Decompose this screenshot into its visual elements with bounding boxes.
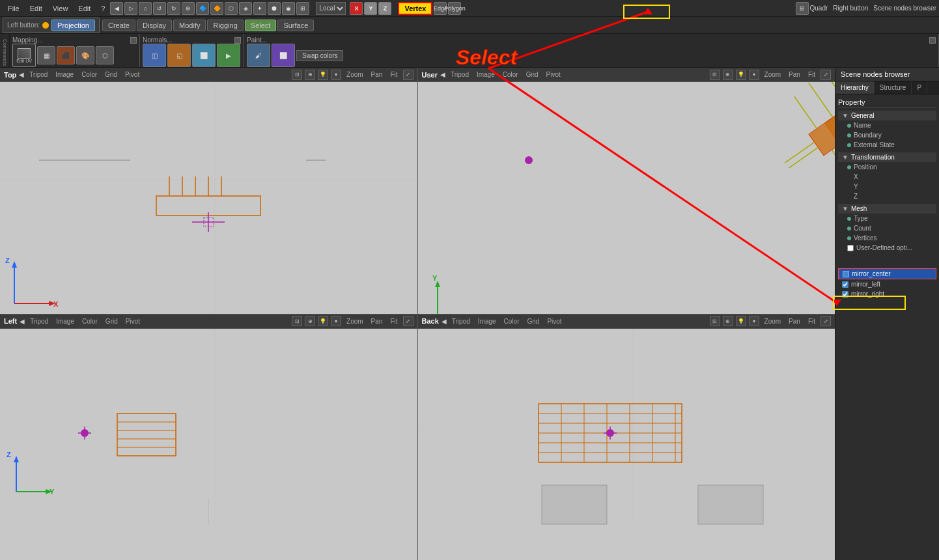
vp-icon-tr4[interactable]: ▾	[749, 70, 759, 80]
mapping-expand[interactable]	[130, 37, 137, 44]
grid-btn-tl[interactable]: Grid	[102, 70, 120, 79]
zoom-btn-bl[interactable]: Zoom	[344, 317, 366, 326]
scene-node-mirror-right[interactable]: mirror_right	[838, 289, 936, 299]
create-tab[interactable]: Create	[102, 20, 135, 31]
edit-uv-button[interactable]: Edit UV	[12, 44, 36, 67]
mapping-icon-1[interactable]: ▦	[37, 46, 55, 64]
node-checkbox-center[interactable]	[843, 271, 849, 277]
render-icon-tl[interactable]: ⊕	[305, 70, 315, 80]
tb-icon-6[interactable]: ⊕	[182, 2, 195, 15]
zoom-btn-tr[interactable]: Zoom	[762, 70, 784, 79]
tb-icon-7[interactable]: 🔷	[196, 2, 209, 15]
polygon-mode-button[interactable]: Polygon	[448, 2, 461, 15]
maximize-bl[interactable]: ⤢	[403, 316, 413, 326]
y-icon[interactable]: Y	[364, 2, 377, 15]
node-checkbox-left[interactable]	[842, 281, 848, 288]
structure-tab[interactable]: Structure	[875, 81, 912, 94]
tb-icon-10[interactable]: ◈	[239, 2, 252, 15]
paint-expand[interactable]	[929, 37, 936, 44]
tb-icon-12[interactable]: ⬢	[268, 2, 281, 15]
grid-btn-br[interactable]: Grid	[524, 317, 542, 326]
surface-tab[interactable]: Surface	[277, 20, 314, 31]
image-btn-br[interactable]: Image	[475, 317, 499, 326]
camera-icon-br[interactable]: ⊡	[710, 316, 720, 326]
x-icon[interactable]: X	[350, 2, 363, 15]
mapping-icon-2[interactable]: ⬛	[57, 46, 75, 64]
select-tab[interactable]: Select	[245, 20, 277, 31]
fit-btn-tl[interactable]: Fit	[387, 70, 400, 79]
pan-btn-tr[interactable]: Pan	[786, 70, 803, 79]
light-icon-br[interactable]: 💡	[736, 316, 746, 326]
normals-icon-4[interactable]: ▶	[217, 44, 240, 67]
normals-icon-1[interactable]: ◫	[143, 44, 166, 67]
tb-icon-14[interactable]: ⊞	[296, 2, 309, 15]
light-icon-bl[interactable]: 💡	[318, 316, 328, 326]
tripod-btn-br[interactable]: Tripod	[449, 317, 473, 326]
normals-icon-3[interactable]: ⬜	[192, 44, 216, 67]
rigging-tab[interactable]: Rigging	[207, 20, 243, 31]
tb-icon-3[interactable]: ⌂	[139, 2, 152, 15]
normals-expand[interactable]	[234, 37, 241, 44]
quadr-icon[interactable]: ⊞	[796, 2, 809, 15]
tripod-btn-bl[interactable]: Tripod	[27, 317, 51, 326]
menu-edit2[interactable]: Edit	[73, 3, 96, 14]
vertex-mode-button[interactable]: Vertex	[398, 2, 432, 15]
scene-node-mirror-center[interactable]: mirror_center	[838, 268, 936, 279]
zoom-btn-tl[interactable]: Zoom	[344, 70, 366, 79]
menu-edit[interactable]: Edit	[25, 3, 48, 14]
camera-icon-tr[interactable]: ⊡	[710, 70, 720, 80]
pivot-btn-tr[interactable]: Pivot	[544, 70, 563, 79]
maximize-br[interactable]: ⤢	[820, 316, 831, 326]
tb-icon-4[interactable]: ↺	[153, 2, 166, 15]
hierarchy-tab[interactable]: Hierarchy	[835, 81, 875, 94]
local-dropdown[interactable]: Local	[316, 2, 346, 15]
vp-icon-tl4[interactable]: ▾	[331, 70, 341, 80]
left-button-section[interactable]: Left button: Projection	[3, 18, 100, 33]
paint-icon-2[interactable]: ⬜	[272, 44, 295, 67]
color-btn-br[interactable]: Color	[501, 317, 522, 326]
p-tab[interactable]: P	[912, 81, 927, 94]
viewport-left-content[interactable]: Z Y	[0, 329, 417, 561]
tb-icon-2[interactable]: ▷	[124, 2, 137, 15]
mesh-group-title[interactable]: ▼ Mesh	[838, 204, 936, 214]
render-icon-tr[interactable]: ⊕	[723, 70, 733, 80]
viewport-user-content[interactable]: Y Z	[418, 82, 835, 314]
tb-icon-5[interactable]: ↻	[167, 2, 180, 15]
color-btn-bl[interactable]: Color	[79, 317, 100, 326]
tb-icon-13[interactable]: ◉	[282, 2, 295, 15]
swap-colors-button[interactable]: Swap colors	[296, 50, 343, 61]
image-btn-bl[interactable]: Image	[53, 317, 77, 326]
tb-icon-11[interactable]: ✦	[253, 2, 266, 15]
pivot-btn-bl[interactable]: Pivot	[123, 317, 143, 326]
viewport-back-content[interactable]	[418, 329, 835, 561]
paint-icon-1[interactable]: 🖌	[247, 44, 270, 67]
grid-btn-tr[interactable]: Grid	[524, 70, 541, 79]
tripod-btn-tr[interactable]: Tripod	[448, 70, 471, 79]
fit-btn-br[interactable]: Fit	[806, 317, 818, 326]
menu-help[interactable]: ?	[96, 3, 110, 14]
render-icon-br[interactable]: ⊕	[723, 316, 733, 326]
menu-view[interactable]: View	[48, 3, 74, 14]
camera-icon-bl[interactable]: ⊡	[292, 316, 302, 326]
user-defined-checkbox[interactable]	[847, 245, 854, 251]
tb-icon-8[interactable]: 🔶	[210, 2, 223, 15]
tripod-btn-tl[interactable]: Tripod	[27, 70, 50, 79]
mapping-icon-4[interactable]: ⬡	[96, 46, 114, 64]
light-icon-tr[interactable]: 💡	[736, 70, 746, 80]
pivot-btn-tl[interactable]: Pivot	[122, 70, 142, 79]
color-btn-tl[interactable]: Color	[79, 70, 100, 79]
maximize-tl[interactable]: ⤢	[403, 70, 413, 80]
image-btn-tl[interactable]: Image	[53, 70, 76, 79]
pan-btn-bl[interactable]: Pan	[369, 317, 385, 326]
tb-icon-9[interactable]: ⬡	[225, 2, 238, 15]
transformation-group-title[interactable]: ▼ Transformation	[838, 152, 936, 162]
grid-btn-bl[interactable]: Grid	[103, 317, 120, 326]
camera-icon-tl[interactable]: ⊡	[292, 70, 302, 80]
image-btn-tr[interactable]: Image	[474, 70, 498, 79]
node-checkbox-right[interactable]	[842, 291, 848, 298]
scene-node-mirror-left[interactable]: mirror_left	[838, 279, 936, 289]
light-icon-tl[interactable]: 💡	[318, 70, 328, 80]
menu-file[interactable]: File	[3, 3, 25, 14]
projection-button[interactable]: Projection	[51, 20, 95, 31]
viewport-top-content[interactable]: Z X	[0, 82, 417, 314]
